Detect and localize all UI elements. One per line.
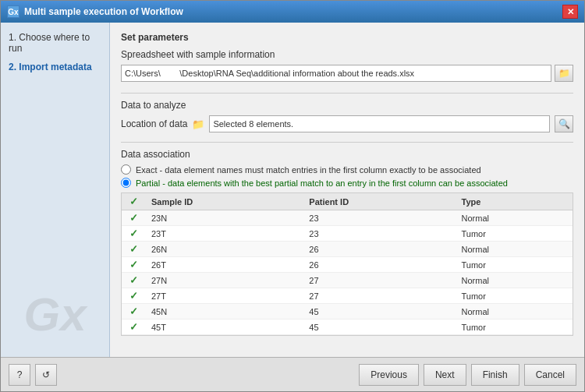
cell-patient-id: 27 — [303, 288, 455, 304]
separator-2 — [121, 142, 573, 143]
cell-patient-id: 45 — [303, 320, 455, 335]
cell-sample-id: 23T — [145, 226, 303, 242]
cell-type: Normal — [456, 304, 573, 320]
step-1: 1. Choose where to run — [9, 32, 101, 54]
main-window: Gx Multi sample execution of Workflow ✕ … — [0, 0, 585, 392]
association-table-container: ✓ Sample ID Patient ID Type ✓ 23N 23 Nor… — [121, 192, 573, 336]
exact-radio[interactable] — [121, 164, 131, 175]
data-association-title: Data association — [121, 149, 573, 160]
spreadsheet-file-input[interactable] — [121, 65, 551, 82]
cell-patient-id: 27 — [303, 273, 455, 288]
cell-sample-id: 45T — [145, 320, 303, 335]
table-row: ✓ 23N 23 Normal — [122, 210, 573, 226]
spreadsheet-title: Spreadsheet with sample information — [121, 49, 573, 60]
cell-check: ✓ — [122, 210, 145, 226]
close-button[interactable]: ✕ — [562, 5, 578, 19]
title-bar-left: Gx Multi sample execution of Workflow — [7, 5, 183, 18]
cell-patient-id: 45 — [303, 304, 455, 320]
folder-icon: 📁 — [192, 118, 204, 130]
spreadsheet-section: Spreadsheet with sample information 📁 — [121, 49, 573, 82]
association-table: ✓ Sample ID Patient ID Type ✓ 23N 23 Nor… — [122, 193, 573, 335]
cell-check: ✓ — [122, 288, 145, 304]
location-search-button[interactable]: 🔍 — [555, 115, 573, 132]
file-row: 📁 — [121, 65, 573, 82]
spreadsheet-browse-button[interactable]: 📁 — [555, 65, 573, 82]
cell-patient-id: 23 — [303, 210, 455, 226]
watermark: Gx — [23, 288, 86, 341]
data-to-analyze-section: Data to analyze Location of data 📁 🔍 — [121, 100, 573, 132]
partial-radio-row: Partial - data elements with the best pa… — [121, 178, 573, 188]
cell-check: ✓ — [122, 304, 145, 320]
location-row: Location of data 📁 🔍 — [121, 115, 573, 132]
cell-patient-id: 23 — [303, 226, 455, 242]
cell-sample-id: 26T — [145, 257, 303, 273]
partial-radio-label: Partial - data elements with the best pa… — [136, 178, 508, 188]
cell-sample-id: 45N — [145, 304, 303, 320]
data-association-section: Data association Exact - data element na… — [121, 149, 573, 336]
set-parameters-title: Set parameters — [121, 32, 573, 43]
separator-1 — [121, 93, 573, 94]
cell-sample-id: 23N — [145, 210, 303, 226]
help-button[interactable]: ? — [9, 364, 30, 386]
refresh-button[interactable]: ↺ — [35, 364, 57, 386]
bottom-right-buttons: Previous Next Finish Cancel — [359, 364, 576, 386]
col-header-sample-id: Sample ID — [145, 193, 303, 210]
col-header-check: ✓ — [122, 193, 145, 210]
bottom-bar: ? ↺ Previous Next Finish Cancel — [1, 357, 584, 391]
cell-patient-id: 26 — [303, 242, 455, 257]
cell-sample-id: 26N — [145, 242, 303, 257]
table-row: ✓ 26N 26 Normal — [122, 242, 573, 257]
app-icon: Gx — [7, 5, 20, 18]
location-label: Location of data — [121, 118, 187, 129]
partial-radio[interactable] — [121, 178, 131, 188]
table-header-row: ✓ Sample ID Patient ID Type — [122, 193, 573, 210]
location-input[interactable] — [209, 115, 550, 132]
table-row: ✓ 45T 45 Tumor — [122, 320, 573, 335]
cell-check: ✓ — [122, 320, 145, 335]
next-button[interactable]: Next — [424, 364, 466, 386]
cell-type: Tumor — [456, 320, 573, 335]
table-row: ✓ 45N 45 Normal — [122, 304, 573, 320]
cell-type: Normal — [456, 210, 573, 226]
cell-check: ✓ — [122, 242, 145, 257]
data-to-analyze-title: Data to analyze — [121, 100, 573, 111]
cancel-button[interactable]: Cancel — [524, 364, 576, 386]
cell-type: Normal — [456, 242, 573, 257]
finish-button[interactable]: Finish — [471, 364, 519, 386]
right-panel: Set parameters Spreadsheet with sample i… — [110, 23, 584, 357]
bottom-left-buttons: ? ↺ — [9, 364, 57, 386]
exact-radio-label: Exact - data element names must match en… — [136, 165, 481, 175]
col-header-type: Type — [456, 193, 573, 210]
table-row: ✓ 27N 27 Normal — [122, 273, 573, 288]
cell-type: Tumor — [456, 226, 573, 242]
table-row: ✓ 23T 23 Tumor — [122, 226, 573, 242]
cell-type: Tumor — [456, 257, 573, 273]
cell-type: Tumor — [456, 288, 573, 304]
cell-type: Normal — [456, 273, 573, 288]
cell-sample-id: 27T — [145, 288, 303, 304]
col-header-patient-id: Patient ID — [303, 193, 455, 210]
cell-check: ✓ — [122, 257, 145, 273]
exact-radio-row: Exact - data element names must match en… — [121, 164, 573, 175]
title-bar: Gx Multi sample execution of Workflow ✕ — [1, 1, 584, 23]
table-row: ✓ 26T 26 Tumor — [122, 257, 573, 273]
cell-check: ✓ — [122, 273, 145, 288]
cell-patient-id: 26 — [303, 257, 455, 273]
table-row: ✓ 27T 27 Tumor — [122, 288, 573, 304]
main-content: 1. Choose where to run 2. Import metadat… — [1, 23, 584, 357]
left-panel: 1. Choose where to run 2. Import metadat… — [1, 23, 110, 357]
window-title: Multi sample execution of Workflow — [24, 6, 183, 17]
previous-button[interactable]: Previous — [359, 364, 419, 386]
cell-sample-id: 27N — [145, 273, 303, 288]
step-2: 2. Import metadata — [9, 62, 101, 72]
cell-check: ✓ — [122, 226, 145, 242]
